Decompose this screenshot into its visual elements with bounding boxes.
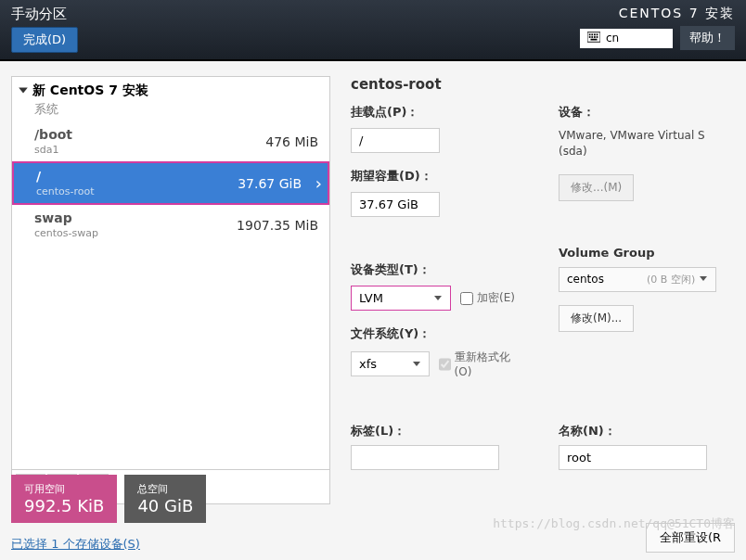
device-label: 设备： (559, 104, 729, 121)
reset-all-button[interactable]: 全部重设(R (646, 523, 735, 553)
storage-devices-link[interactable]: 已选择 1 个存储设备(S) (11, 536, 206, 553)
dropdown-icon (412, 357, 421, 371)
name-label: 名称(N)： (559, 423, 729, 439)
volume-group-select[interactable]: centos (0 B 空闲) (559, 267, 716, 292)
total-space-card: 总空间 40 GiB (124, 475, 206, 523)
filesystem-select[interactable]: xfs (351, 351, 430, 376)
partition-item-swap[interactable]: swapcentos-swap 1907.35 MiB (12, 205, 329, 245)
reformat-checkbox-row: 重新格式化(O) (439, 350, 521, 378)
expand-icon (18, 83, 29, 98)
keyboard-layout-label: cn (606, 32, 619, 45)
done-button[interactable]: 完成(D) (11, 27, 78, 53)
help-button[interactable]: 帮助！ (680, 26, 735, 50)
device-name-text: VMware, VMware Virtual S(sda) (559, 128, 729, 159)
desired-label: 期望容量(D)： (351, 168, 521, 185)
page-title: 手动分区 (11, 6, 78, 23)
svg-rect-6 (591, 36, 593, 38)
keyboard-layout-indicator[interactable]: cn (580, 29, 673, 48)
name-input[interactable] (559, 445, 707, 470)
modify-device-button[interactable]: 修改...(M) (559, 174, 634, 201)
keyboard-icon (587, 32, 600, 45)
svg-rect-8 (597, 36, 598, 38)
svg-rect-4 (597, 33, 598, 35)
filesystem-label: 文件系统(Y)： (351, 325, 521, 342)
device-type-label: 设备类型(T)： (351, 261, 521, 278)
svg-rect-9 (591, 38, 598, 40)
encrypt-checkbox[interactable] (460, 292, 473, 305)
tree-root-label: 新 CentOS 7 安装 (32, 83, 148, 99)
label-input[interactable] (351, 445, 499, 470)
svg-rect-3 (594, 33, 596, 35)
device-type-select[interactable]: LVM (351, 286, 451, 311)
svg-rect-1 (589, 33, 591, 35)
mount-label: 挂载点(P)： (351, 104, 521, 121)
installer-title: CENTOS 7 安装 (619, 6, 735, 22)
svg-rect-7 (594, 36, 596, 38)
dropdown-icon (433, 291, 443, 305)
detail-title: centos-root (351, 76, 729, 93)
mount-point-input[interactable] (351, 128, 440, 153)
desired-capacity-input[interactable] (351, 192, 440, 217)
partition-item-boot[interactable]: /bootsda1 476 MiB (12, 121, 329, 161)
svg-rect-2 (591, 33, 593, 35)
tree-group-label: 系统 (12, 101, 329, 121)
volume-group-label: Volume Group (559, 246, 729, 260)
encrypt-checkbox-row[interactable]: 加密(E) (460, 290, 515, 306)
partition-item-root[interactable]: /centos-root 37.67 GiB › (12, 161, 329, 205)
partition-tree: 新 CentOS 7 安装 系统 /bootsda1 476 MiB /cent… (11, 76, 330, 504)
tree-root-header[interactable]: 新 CentOS 7 安装 (12, 77, 329, 101)
svg-rect-5 (589, 36, 591, 38)
header-bar: 手动分区 完成(D) CENTOS 7 安装 cn 帮助！ (0, 0, 746, 61)
reformat-checkbox (439, 358, 451, 371)
label-label: 标签(L)： (351, 423, 521, 439)
available-space-card: 可用空间 992.5 KiB (11, 475, 117, 523)
chevron-right-icon: › (315, 173, 322, 193)
modify-vg-button[interactable]: 修改(M)... (559, 305, 634, 332)
